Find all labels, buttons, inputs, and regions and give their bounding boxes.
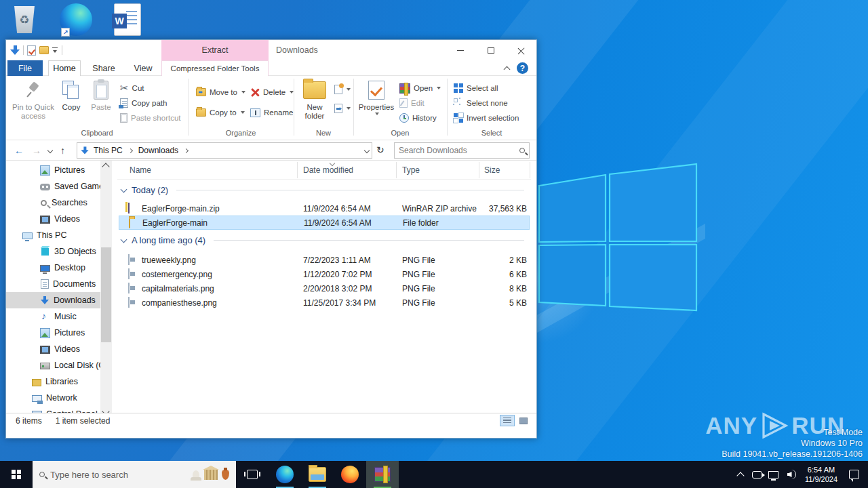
history-button[interactable]: History — [399, 111, 437, 125]
address-dropdown-icon[interactable] — [364, 148, 370, 153]
recent-locations-dropdown[interactable] — [47, 148, 53, 153]
file-row-eaglerforge-folder[interactable]: EaglerForge-main 11/9/2024 6:54 AM File … — [119, 216, 530, 230]
delete-button[interactable]: Delete — [250, 85, 294, 99]
edit-button[interactable]: Edit — [399, 96, 425, 110]
sidebar-item-music[interactable]: Music — [6, 308, 100, 325]
new-folder-button[interactable]: New folder — [299, 79, 330, 121]
refresh-button[interactable]: ↻ — [376, 144, 384, 155]
column-divider[interactable] — [396, 162, 397, 178]
tab-view[interactable]: View — [127, 60, 159, 76]
customize-qat-icon[interactable] — [52, 47, 58, 54]
column-divider[interactable] — [479, 162, 479, 178]
downloads-folder-icon[interactable] — [10, 45, 20, 55]
file-row-capitalmaterials[interactable]: capitalmaterials.png 2/20/2018 3:02 PM P… — [119, 281, 530, 296]
paste-button[interactable]: Paste — [87, 79, 115, 112]
address-bar[interactable]: This PC Downloads — [77, 142, 372, 159]
sidebar-item-documents[interactable]: Documents — [6, 276, 100, 292]
edge-shortcut-icon[interactable] — [58, 1, 94, 38]
volume-button[interactable] — [781, 461, 797, 488]
start-button[interactable] — [0, 461, 33, 488]
column-header-size[interactable]: Size — [484, 165, 500, 175]
breadcrumb-this-pc[interactable]: This PC — [92, 146, 124, 155]
sidebar-item-desktop[interactable]: Desktop — [6, 260, 100, 276]
back-button[interactable]: ← — [14, 145, 24, 156]
group-header-long-time-ago[interactable]: A long time ago (4) — [117, 235, 524, 245]
properties-button[interactable]: Properties — [357, 79, 395, 115]
scroll-up-icon[interactable] — [102, 163, 109, 170]
taskbar-search[interactable] — [33, 461, 236, 488]
collapse-ribbon-button[interactable] — [501, 63, 512, 74]
meet-now-button[interactable] — [749, 461, 765, 488]
sidebar-item-3d-objects[interactable]: 3D Objects — [6, 243, 100, 260]
taskbar-search-input[interactable] — [50, 470, 187, 480]
move-to-button[interactable]: Move to — [196, 85, 245, 99]
taskbar-clock[interactable]: 6:54 AM 11/9/2024 — [797, 465, 845, 484]
taskbar-winrar-button[interactable] — [366, 461, 399, 488]
cut-button[interactable]: Cut — [120, 81, 144, 95]
search-input[interactable] — [399, 146, 519, 155]
group-collapse-icon[interactable] — [121, 237, 127, 243]
contextual-tab-header[interactable]: Extract — [161, 40, 269, 60]
minimize-button[interactable] — [445, 40, 475, 60]
select-all-button[interactable]: Select all — [454, 81, 498, 95]
close-button[interactable] — [506, 40, 536, 60]
tab-share[interactable]: Share — [87, 60, 120, 76]
scrollbar-thumb[interactable] — [101, 247, 111, 342]
sidebar-item-network[interactable]: Network — [6, 390, 100, 406]
taskbar-explorer-button[interactable] — [301, 461, 334, 488]
group-collapse-icon[interactable] — [121, 186, 127, 193]
file-row-trueweekly[interactable]: trueweekly.png 7/22/2023 1:11 AM PNG Fil… — [119, 253, 530, 267]
column-divider[interactable] — [297, 162, 298, 178]
sidebar-item-saved-games[interactable]: Saved Games — [6, 178, 100, 195]
sidebar-item-videos-user[interactable]: Videos — [6, 211, 100, 227]
maximize-button[interactable] — [475, 40, 506, 60]
sidebar-item-searches[interactable]: Searches — [6, 195, 100, 211]
new-item-button[interactable] — [334, 83, 351, 96]
sidebar-item-pictures[interactable]: Pictures — [6, 325, 100, 341]
pin-to-quick-access-button[interactable]: Pin to Quick access — [12, 79, 55, 121]
taskbar-edge-button[interactable] — [269, 461, 301, 488]
network-button[interactable] — [765, 461, 781, 488]
search-box[interactable] — [394, 142, 530, 159]
help-button[interactable]: ? — [517, 62, 528, 74]
sidebar-item-libraries[interactable]: Libraries — [6, 373, 100, 390]
invert-selection-button[interactable]: Invert selection — [454, 111, 519, 125]
forward-button[interactable]: → — [32, 145, 41, 156]
title-bar[interactable]: Extract Downloads — [6, 40, 536, 60]
taskbar-firefox-button[interactable] — [334, 461, 366, 488]
properties-qat-icon[interactable] — [27, 45, 36, 56]
word-document-icon[interactable]: W — [110, 1, 145, 38]
column-header-name[interactable]: Name — [130, 165, 151, 175]
sidebar-item-pictures-user[interactable]: Pictures — [6, 162, 100, 178]
copy-button[interactable]: Copy — [58, 79, 85, 112]
show-hidden-icons-button[interactable] — [732, 461, 749, 488]
file-row-companiesthese[interactable]: companiesthese.png 11/25/2017 3:34 PM PN… — [119, 296, 530, 310]
action-center-button[interactable] — [845, 461, 868, 488]
rename-button[interactable]: Rename — [250, 106, 293, 119]
easy-access-button[interactable] — [334, 102, 351, 115]
column-header-type[interactable]: Type — [402, 165, 420, 175]
group-header-today[interactable]: Today (2) — [117, 185, 524, 195]
sidebar-item-local-disk[interactable]: Local Disk (C:) — [6, 357, 100, 373]
tab-home[interactable]: Home — [48, 60, 81, 76]
details-view-button[interactable] — [500, 415, 515, 426]
breadcrumb-downloads[interactable]: Downloads — [137, 146, 180, 155]
copy-path-button[interactable]: Copy path — [120, 96, 167, 110]
file-row-costemergency[interactable]: costemergency.png 1/12/2020 7:02 PM PNG … — [119, 267, 530, 281]
task-view-button[interactable] — [236, 461, 269, 488]
sidebar-item-videos[interactable]: Videos — [6, 341, 100, 357]
tab-file[interactable]: File — [7, 60, 43, 76]
sidebar-scrollbar[interactable] — [100, 161, 112, 420]
new-folder-qat-icon[interactable] — [39, 46, 49, 54]
select-none-button[interactable]: Select none — [454, 96, 508, 110]
thumbnail-view-button[interactable] — [516, 415, 531, 426]
file-row-eaglerforge-zip[interactable]: EaglerForge-main.zip 11/9/2024 6:54 AM W… — [119, 201, 530, 216]
tab-compressed-folder-tools[interactable]: Compressed Folder Tools — [161, 60, 269, 76]
up-button[interactable]: ↑ — [60, 145, 65, 156]
column-divider[interactable] — [530, 162, 530, 178]
copy-to-button[interactable]: Copy to — [196, 106, 245, 119]
column-header-date[interactable]: Date modified — [303, 165, 353, 175]
paste-shortcut-button[interactable]: Paste shortcut — [120, 111, 181, 125]
sidebar-item-downloads[interactable]: Downloads — [6, 292, 100, 308]
sidebar-item-this-pc[interactable]: This PC — [6, 227, 100, 243]
